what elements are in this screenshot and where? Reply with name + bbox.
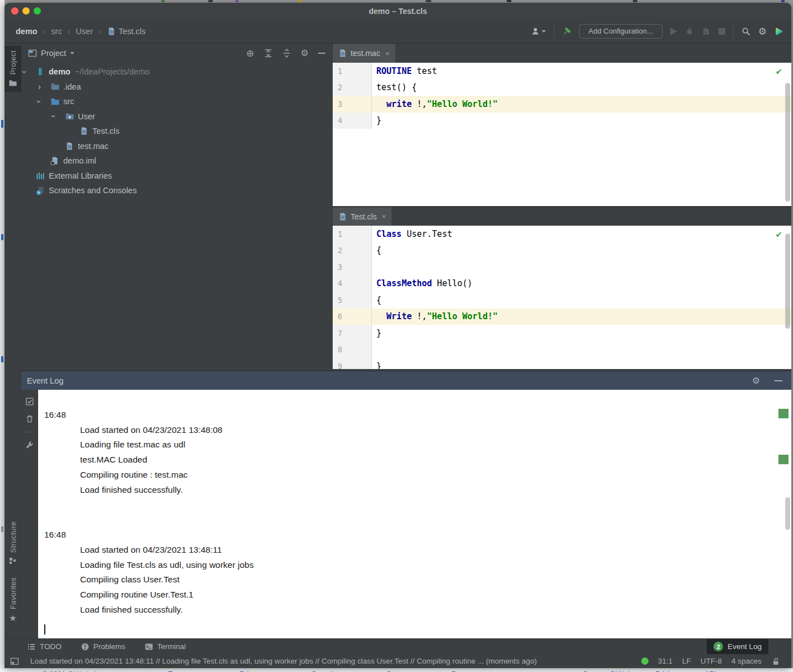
event-log-header[interactable]: Event Log ⚙ bbox=[21, 371, 791, 390]
breadcrumb-item-demo[interactable]: demo bbox=[16, 27, 38, 36]
code-line[interactable]: 3 bbox=[333, 259, 791, 276]
tool-window-button-project[interactable]: Project bbox=[4, 46, 21, 92]
close-tab-icon[interactable]: × bbox=[385, 49, 390, 58]
expand-all-icon[interactable] bbox=[264, 49, 273, 58]
code-line[interactable]: 5 { bbox=[333, 292, 791, 309]
editor-scrollbar[interactable] bbox=[785, 234, 790, 329]
hide-panel-icon[interactable] bbox=[318, 53, 325, 54]
debug-bug-icon[interactable] bbox=[685, 27, 694, 36]
footer-link-privacy[interactable]: Privacy bbox=[240, 670, 264, 672]
log-settings-wrench-icon[interactable] bbox=[25, 441, 34, 450]
line-separator-widget[interactable]: LF bbox=[682, 657, 691, 665]
toolbar-divider bbox=[733, 25, 734, 38]
code-line[interactable]: 4 } bbox=[333, 113, 791, 129]
chevron-down-icon[interactable] bbox=[70, 52, 74, 54]
tree-item-src[interactable]: › src bbox=[21, 94, 332, 109]
tree-item-scratches[interactable]: Scratches and Consoles bbox=[21, 183, 332, 198]
collapse-all-icon[interactable] bbox=[282, 49, 291, 58]
code-line[interactable]: 7 } bbox=[333, 325, 791, 342]
event-log-scrollbar[interactable] bbox=[785, 497, 790, 530]
chevron-down-icon[interactable]: › bbox=[53, 112, 65, 120]
encoding-widget[interactable]: UTF-8 bbox=[701, 657, 722, 665]
footer-link-status[interactable]: Status bbox=[386, 670, 407, 672]
settings-gear-icon[interactable]: ⚙ bbox=[758, 27, 767, 36]
hide-tool-windows-icon[interactable] bbox=[10, 657, 19, 666]
server-connection-status-icon[interactable] bbox=[641, 657, 649, 665]
code-line[interactable]: 2 { bbox=[333, 242, 791, 259]
user-account-button[interactable] bbox=[531, 27, 546, 36]
tool-window-button-favorites[interactable]: Favorites ★ bbox=[4, 573, 21, 628]
event-log-content[interactable]: 16:48 Load started on 04/23/2021 13:48:0… bbox=[39, 390, 778, 638]
tree-item-label: Test.cls bbox=[92, 127, 119, 136]
event-log-settings-gear-icon[interactable]: ⚙ bbox=[752, 376, 760, 385]
tree-item-demo-iml[interactable]: demo.iml bbox=[21, 153, 332, 169]
tree-item-idea[interactable]: › .idea bbox=[21, 80, 332, 95]
footer-link-terms[interactable]: Terms bbox=[168, 670, 188, 672]
chevron-down-icon[interactable]: › bbox=[38, 97, 50, 106]
code-line[interactable]: 9 } bbox=[333, 358, 791, 369]
run-button[interactable] bbox=[670, 27, 677, 35]
log-entry: Compiling routine User.Test.1 bbox=[80, 587, 778, 603]
tree-item-user-package[interactable]: › User bbox=[21, 109, 332, 124]
close-tab-icon[interactable]: × bbox=[382, 212, 386, 221]
line-number: 3 bbox=[333, 96, 372, 113]
editor-area: test.mac × 1 ROUTINE test 2 test() { 3 w… bbox=[332, 44, 791, 371]
clear-log-trash-icon[interactable] bbox=[25, 414, 34, 423]
locate-file-icon[interactable]: ⊕ bbox=[246, 49, 254, 58]
intersystems-plugin-logo-icon[interactable] bbox=[775, 27, 783, 36]
tree-item-test-mac[interactable]: test.mac bbox=[21, 139, 332, 154]
editor-tab-test-mac[interactable]: test.mac × bbox=[333, 44, 395, 63]
run-with-coverage-icon[interactable] bbox=[702, 27, 711, 36]
code-line[interactable]: 4 ClassMethod Hello() bbox=[333, 276, 791, 292]
line-number: 2 bbox=[333, 242, 372, 259]
search-everywhere-icon[interactable] bbox=[741, 27, 750, 36]
editor-test-mac[interactable]: 1 ROUTINE test 2 test() { 3 write !,"Hel… bbox=[333, 63, 791, 206]
editor-tab-test-cls[interactable]: Test.cls × bbox=[333, 207, 391, 226]
tree-item-test-cls[interactable]: Test.cls bbox=[21, 124, 332, 139]
indent-widget[interactable]: 4 spaces bbox=[731, 657, 762, 665]
code-line[interactable]: 1 ROUTINE test bbox=[333, 63, 791, 80]
breadcrumb-item-src[interactable]: src bbox=[51, 27, 62, 36]
status-message[interactable]: Load started on 04/23/2021 13:48:11 // L… bbox=[30, 657, 641, 665]
titlebar[interactable]: demo – Test.cls bbox=[4, 3, 791, 20]
hide-event-log-icon[interactable] bbox=[775, 380, 782, 381]
footer-link-docs[interactable]: Docs bbox=[451, 670, 468, 672]
editor-scrollbar[interactable] bbox=[785, 83, 790, 202]
code-line-highlighted[interactable]: 3 write !,"Hello World!" bbox=[333, 96, 791, 113]
footer-link-security[interactable]: Security bbox=[311, 670, 338, 672]
unlock-icon[interactable] bbox=[771, 657, 780, 666]
tool-window-button-todo[interactable]: TODO bbox=[27, 642, 62, 651]
tool-window-button-event-log[interactable]: 2 Event Log bbox=[707, 639, 768, 654]
code-line[interactable]: 2 test() { bbox=[333, 80, 791, 96]
footer-link-contact[interactable]: Contact GitHub bbox=[582, 670, 632, 672]
project-view-title[interactable]: Project bbox=[41, 49, 66, 58]
breadcrumb-item-file[interactable]: Test.cls bbox=[107, 27, 146, 36]
add-configuration-button[interactable]: Add Configuration... bbox=[579, 24, 663, 39]
toolbar-actions: Add Configuration... ⚙ bbox=[531, 24, 783, 39]
footer-link-pricing[interactable]: Pricing bbox=[655, 670, 678, 672]
event-log-title: Event Log bbox=[27, 376, 63, 385]
chevron-down-icon[interactable]: › bbox=[24, 68, 36, 76]
tool-window-button-terminal[interactable]: Terminal bbox=[144, 642, 186, 651]
tree-item-path-hint: ~/IdeaProjects/demo bbox=[75, 67, 150, 76]
tree-item-demo[interactable]: › demo ~/IdeaProjects/demo bbox=[21, 64, 332, 80]
event-log-tab-label: Event Log bbox=[727, 642, 762, 651]
stop-button[interactable] bbox=[719, 28, 725, 35]
tool-window-button-structure[interactable]: Structure bbox=[4, 517, 21, 570]
code-line[interactable]: 1 Class User.Test bbox=[333, 226, 791, 242]
line-number: 6 bbox=[333, 309, 372, 325]
editor-test-cls[interactable]: 1 Class User.Test 2 { 3 4 ClassMethod He… bbox=[333, 226, 791, 369]
build-hammer-icon[interactable] bbox=[562, 27, 571, 36]
tree-item-external-libraries[interactable]: External Libraries bbox=[21, 169, 332, 184]
breadcrumb-item-user[interactable]: User bbox=[76, 27, 93, 36]
panel-options-gear-icon[interactable]: ⚙ bbox=[301, 49, 309, 58]
chevron-right-icon[interactable]: › bbox=[38, 82, 50, 91]
footer-link-api[interactable]: API bbox=[705, 670, 716, 672]
project-panel-actions: ⊕ ⚙ bbox=[246, 49, 325, 58]
mark-all-read-checkbox-icon[interactable] bbox=[25, 397, 34, 406]
code-line-highlighted[interactable]: 6 Write !,"Hello World!" bbox=[333, 309, 791, 325]
code-line[interactable]: 8 bbox=[333, 342, 791, 358]
file-icon bbox=[338, 49, 347, 58]
tool-window-button-problems[interactable]: Problems bbox=[81, 642, 125, 651]
caret-position-widget[interactable]: 31:1 bbox=[658, 657, 673, 665]
